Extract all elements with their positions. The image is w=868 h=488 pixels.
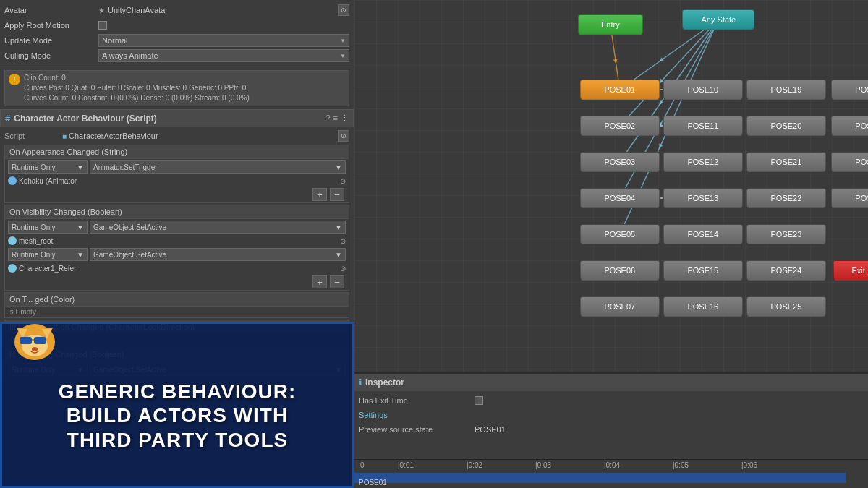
appearance-target-name: Kohaku (Animator (19, 177, 338, 185)
visibility1-target-gear-icon[interactable]: ⊙ (340, 237, 346, 245)
state-node-pose24[interactable]: POSE24 (746, 260, 826, 281)
appearance-target-gear-icon[interactable]: ⊙ (340, 177, 346, 185)
timeline-marker-4: |0:04 (604, 461, 620, 469)
preview-source-label: Preview source state (359, 425, 475, 434)
animator-properties: Avatar ★ UnityChanAvatar ⊙ Apply Root Mo… (0, 0, 354, 67)
state-node-pose29[interactable]: POSE29 (831, 116, 868, 136)
visibility-remove-button[interactable]: − (330, 275, 344, 288)
on-appearance-changed-section: On Appearance Changed (String) Runtime O… (4, 145, 349, 203)
state-node-pose13[interactable]: POSE13 (663, 188, 743, 208)
bottom-inspector: ℹ Inspector Has Exit Time Settings Previ… (354, 372, 868, 488)
visibility1-dropdown1-arrow: ▼ (77, 223, 84, 231)
appearance-remove-button[interactable]: − (330, 188, 344, 201)
state-node-pose12[interactable]: POSE12 (663, 152, 743, 172)
component-title-text: Character Actor Behaviour (Script) (14, 114, 322, 124)
apply-root-motion-checkbox[interactable] (98, 21, 107, 30)
appearance-method-dropdown[interactable]: Animator.SetTrigger ▼ (90, 160, 346, 174)
timeline-track[interactable]: 0 |0:01 |0:02 |0:03 |0:04 |0:05 |0:06 PO… (354, 460, 868, 488)
visibility2-method-dropdown[interactable]: GameObject.SetActive ▼ (90, 248, 346, 261)
timeline-marker-6: |0:06 (741, 461, 757, 469)
has-exit-time-label: Has Exit Time (359, 396, 475, 405)
timeline-marker-3: |0:03 (535, 461, 551, 469)
script-file-icon: ■ (62, 132, 67, 140)
timeline-area: 0 |0:01 |0:02 |0:03 |0:04 |0:05 |0:06 PO… (354, 459, 868, 488)
visibility1-target-name: mesh_root (19, 237, 338, 245)
mascot-icon (9, 313, 60, 364)
info-box: ! Clip Count: 0 Curves Pos: 0 Quat: 0 Eu… (4, 70, 349, 106)
curves-count-text: Curves Count: 0 Constant: 0 (0.0%) Dense… (24, 93, 250, 103)
state-node-pose01[interactable]: POSE01 (580, 80, 660, 100)
on-visibility-changed-header: On Visibility Changed (Boolean) (5, 205, 349, 219)
appearance-add-remove-row: + − (5, 187, 349, 202)
appearance-runtime-dropdown[interactable]: Runtime Only ▼ (8, 160, 88, 174)
state-node-pose21[interactable]: POSE21 (746, 152, 826, 172)
visibility-callback-row-1: Runtime Only ▼ GameObject.SetActive ▼ (5, 219, 349, 235)
on-appearance-callback-row: Runtime Only ▼ Animator.SetTrigger ▼ (5, 159, 349, 175)
update-mode-label: Update Mode (4, 36, 98, 45)
state-node-anyState[interactable]: Any State (682, 9, 754, 30)
state-node-pose04[interactable]: POSE04 (580, 188, 660, 208)
state-node-pose06[interactable]: POSE06 (580, 260, 660, 281)
visibility2-target-row: Character1_Refer ⊙ (5, 262, 349, 274)
state-node-pose19[interactable]: POSE19 (746, 80, 826, 100)
update-mode-dropdown[interactable]: Normal ▼ (98, 34, 349, 47)
state-node-pose02[interactable]: POSE02 (580, 116, 660, 136)
has-exit-time-checkbox[interactable] (475, 396, 483, 405)
preview-source-value: POSE01 (475, 425, 506, 434)
visibility2-target-gear-icon[interactable]: ⊙ (340, 265, 346, 273)
component-icons: ? ≡ ⋮ (326, 114, 349, 123)
curves-pos-text: Curves Pos: 0 Quat: 0 Euler: 0 Scale: 0 … (24, 83, 250, 93)
script-gear-button[interactable]: ⊙ (338, 130, 349, 142)
avatar-star-icon: ★ (98, 7, 105, 14)
inspector-tab-bar: ℹ Inspector (354, 374, 868, 391)
state-node-pose07[interactable]: POSE07 (580, 296, 660, 317)
svg-line-14 (620, 20, 719, 126)
state-node-entry[interactable]: Entry (578, 14, 643, 35)
state-node-pose23[interactable]: POSE23 (746, 224, 826, 244)
visibility1-target-row: mesh_root ⊙ (5, 235, 349, 247)
state-node-pose28[interactable]: POSE28 (831, 80, 868, 100)
state-node-pose03[interactable]: POSE03 (580, 152, 660, 172)
state-node-pose31[interactable]: POSE31 (831, 188, 868, 208)
question-icon[interactable]: ? (326, 114, 330, 123)
state-node-pose20[interactable]: POSE20 (746, 116, 826, 136)
appearance-dropdown2-arrow: ▼ (335, 163, 342, 171)
svg-rect-7 (34, 337, 46, 344)
timeline-marker-0: 0 (360, 461, 365, 469)
visibility-add-button[interactable]: + (312, 275, 327, 288)
visibility2-target-name: Character1_Refer (19, 265, 338, 273)
state-node-pose16[interactable]: POSE16 (663, 296, 743, 317)
state-node-pose10[interactable]: POSE10 (663, 80, 743, 100)
state-node-pose22[interactable]: POSE22 (746, 188, 826, 208)
menu-dots-icon[interactable]: ⋮ (341, 114, 349, 123)
visibility1-method-dropdown[interactable]: GameObject.SetActive ▼ (90, 221, 346, 234)
avatar-value: ★ UnityChanAvatar (98, 6, 338, 14)
avatar-label: Avatar (4, 6, 98, 14)
settings-list-icon[interactable]: ≡ (333, 114, 338, 123)
inspector-tab-label[interactable]: Inspector (365, 377, 404, 388)
settings-expandable-label[interactable]: Settings (359, 411, 388, 419)
state-node-pose14[interactable]: POSE14 (663, 224, 743, 244)
appearance-target-row: Kohaku (Animator ⊙ (5, 175, 349, 187)
state-node-exit[interactable]: Exit (833, 260, 868, 281)
visibility2-runtime-dropdown[interactable]: Runtime Only ▼ (8, 248, 88, 261)
visibility1-runtime-dropdown[interactable]: Runtime Only ▼ (8, 221, 88, 234)
state-node-pose11[interactable]: POSE11 (663, 116, 743, 136)
timeline-marker-2: |0:02 (467, 461, 482, 469)
avatar-gear-button[interactable]: ⊙ (338, 4, 349, 16)
state-node-pose05[interactable]: POSE05 (580, 224, 660, 244)
state-node-pose30[interactable]: POSE30 (831, 152, 868, 172)
svg-marker-13 (659, 57, 664, 61)
component-hash-icon: # (5, 113, 10, 124)
state-node-pose25[interactable]: POSE25 (746, 296, 826, 317)
culling-mode-dropdown[interactable]: Always Animate ▼ (98, 49, 349, 62)
visibility2-target-icon (8, 264, 17, 273)
state-node-pose15[interactable]: POSE15 (663, 260, 743, 281)
overlay-banner: GENERIC BEHAVIOUR: BUILD ACTORS WITH THI… (0, 322, 354, 488)
appearance-add-button[interactable]: + (312, 188, 327, 201)
right-panel: EntryAny StatePOSE01POSE02POSE03POSE04PO… (354, 0, 868, 488)
animator-graph[interactable]: EntryAny StatePOSE01POSE02POSE03POSE04PO… (354, 0, 868, 372)
visibility2-dropdown1-arrow: ▼ (77, 251, 84, 259)
update-mode-row: Update Mode Normal ▼ (4, 33, 349, 48)
avatar-name: UnityChanAvatar (108, 6, 168, 14)
